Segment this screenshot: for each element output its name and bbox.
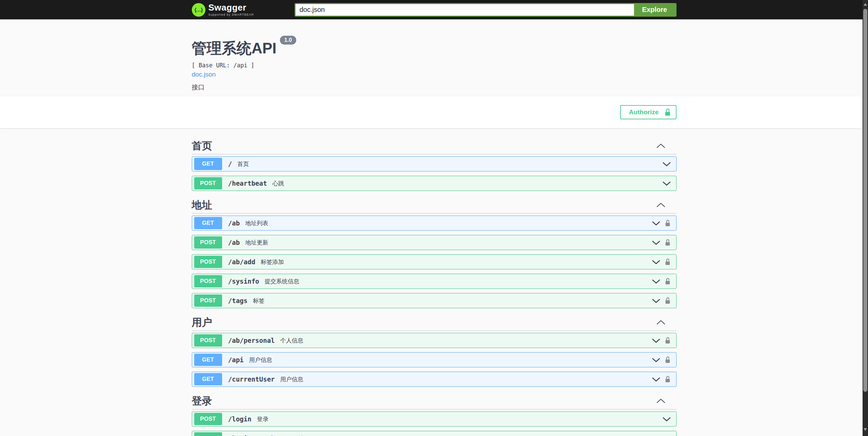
authorize-button[interactable]: Authorize (620, 105, 677, 119)
operation-row[interactable]: GET /currentUser 用户信息 (192, 372, 677, 387)
expand-control[interactable] (652, 338, 660, 343)
operation-row[interactable]: POST /heartbeat 心跳 (192, 176, 677, 191)
auth-lock-button[interactable] (665, 375, 671, 383)
collapse-control[interactable] (656, 320, 665, 325)
method-badge: GET (194, 158, 222, 170)
operation-row[interactable]: POST /ab 地址更新 (192, 235, 677, 250)
section-title: 地址 (192, 200, 212, 211)
operation-path: /sysinfo (228, 278, 260, 285)
method-badge: POST (194, 334, 222, 347)
api-description: 接口 (192, 83, 677, 92)
section-header[interactable]: 地址 (192, 198, 677, 214)
authorize-label: Authorize (629, 108, 659, 116)
base-url: [ Base URL: /api ] (192, 62, 677, 69)
operation-summary: 首页 (237, 160, 249, 168)
operation-path: /logincaptcha (228, 435, 279, 436)
explore-button[interactable]: Explore (634, 4, 675, 16)
chevron-up-icon (656, 203, 665, 207)
lock-icon (665, 239, 671, 246)
auth-lock-button[interactable] (665, 337, 671, 344)
info-section: 管理系统API1.0 [ Base URL: /api ] doc.json 接… (0, 19, 868, 96)
expand-control[interactable] (663, 417, 671, 421)
operation-path: / (228, 160, 232, 168)
operation-row[interactable]: GET / 首页 (192, 156, 677, 171)
section-title: 登录 (192, 396, 212, 406)
operation-row[interactable]: POST /ab/personal 个人信息 (192, 333, 677, 348)
operation-row[interactable]: GET /api 用户信息 (192, 352, 677, 367)
scrollbar (863, 0, 868, 436)
method-badge: POST (194, 236, 222, 249)
operation-row[interactable]: POST /ab/add 标签添加 (192, 254, 677, 269)
swagger-brand[interactable]: {…} Swagger Supported by SMARTBEAR (192, 3, 254, 17)
expand-control[interactable] (652, 279, 660, 284)
chevron-down-icon (652, 299, 660, 303)
operation-path: /api (228, 356, 244, 364)
scroll-up-button[interactable] (863, 1, 868, 8)
lock-icon (665, 297, 671, 304)
chevron-down-icon (652, 260, 660, 264)
page-title: 管理系统API (192, 40, 277, 56)
operation-summary: 标签添加 (261, 258, 284, 266)
expand-control[interactable] (652, 377, 660, 382)
expand-control[interactable] (652, 358, 660, 362)
scheme-container: Authorize (0, 96, 868, 128)
swagger-logo-glyph: {…} (195, 7, 203, 13)
expand-control[interactable] (652, 240, 660, 245)
method-badge: GET (194, 354, 222, 366)
operation-row[interactable]: POST /login 登录 (192, 412, 677, 426)
auth-lock-button[interactable] (665, 297, 671, 304)
auth-lock-button[interactable] (665, 278, 671, 285)
auth-lock-button[interactable] (665, 356, 671, 364)
brand-name: Swagger (208, 3, 254, 12)
collapse-control[interactable] (656, 144, 665, 148)
operation-row[interactable]: POST /tags 标签 (192, 293, 677, 308)
tag-section-home: 首页 GET / 首页 POST /heartbeat 心跳 (192, 138, 677, 191)
section-header[interactable]: 首页 (192, 138, 677, 154)
operation-row[interactable]: POST /logincaptcha 登录验证 (192, 431, 677, 436)
section-title: 用户 (192, 317, 212, 328)
expand-control[interactable] (652, 299, 660, 303)
expand-control[interactable] (652, 221, 660, 225)
chevron-down-icon (663, 181, 671, 186)
expand-control[interactable] (652, 260, 660, 264)
lock-icon (665, 219, 671, 227)
section-header[interactable]: 登录 (192, 393, 677, 409)
chevron-down-icon (652, 358, 660, 362)
brand-subtitle: Supported by SMARTBEAR (208, 13, 254, 16)
operation-summary: 心跳 (272, 180, 284, 187)
triangle-up-icon (864, 3, 867, 6)
section-header[interactable]: 用户 (192, 315, 677, 331)
chevron-up-icon (656, 399, 665, 403)
operation-summary: 地址列表 (245, 219, 268, 227)
operation-path: /ab/add (228, 258, 255, 266)
operation-row[interactable]: GET /ab 地址列表 (192, 216, 677, 231)
method-badge: POST (194, 432, 222, 436)
lock-icon (665, 258, 671, 266)
operation-path: /ab (228, 239, 240, 246)
spec-link[interactable]: doc.json (192, 71, 216, 78)
operation-path: /heartbeat (228, 180, 267, 187)
method-badge: POST (194, 275, 222, 287)
operation-path: /ab/personal (228, 337, 275, 344)
operation-summary: 登录验证 (284, 435, 307, 436)
lock-icon (665, 375, 671, 383)
operation-summary: 登录 (257, 415, 268, 423)
spec-url-input[interactable] (296, 4, 634, 16)
auth-lock-button[interactable] (665, 219, 671, 227)
operation-row[interactable]: POST /sysinfo 提交系统信息 (192, 274, 677, 289)
chevron-down-icon (652, 377, 660, 382)
lock-icon (665, 337, 671, 344)
operation-path: /login (228, 415, 252, 423)
expand-control[interactable] (663, 181, 671, 186)
expand-control[interactable] (663, 162, 671, 166)
triangle-down-icon (864, 428, 867, 431)
method-badge: POST (194, 256, 222, 268)
collapse-control[interactable] (656, 399, 665, 403)
scrollbar-thumb[interactable] (863, 9, 867, 392)
operation-summary: 地址更新 (245, 239, 268, 247)
scroll-down-button[interactable] (863, 426, 868, 433)
auth-lock-button[interactable] (665, 258, 671, 266)
collapse-control[interactable] (656, 203, 665, 207)
auth-lock-button[interactable] (665, 239, 671, 246)
chevron-down-icon (652, 221, 660, 225)
